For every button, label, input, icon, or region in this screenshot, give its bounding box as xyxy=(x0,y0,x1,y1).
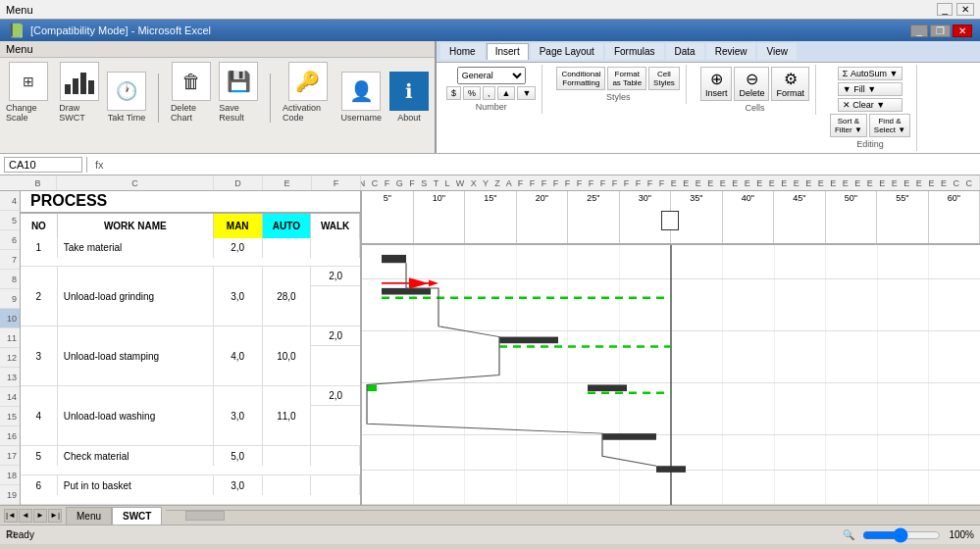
autosum-btn[interactable]: Σ AutoSum ▼ xyxy=(838,67,903,80)
tab-nav-last[interactable]: ►| xyxy=(48,509,62,523)
col-d: D xyxy=(214,175,263,190)
td-walk-3-top: 2,0 xyxy=(311,326,360,346)
fx-label: fx xyxy=(91,159,108,171)
svg-rect-12 xyxy=(499,337,539,344)
tab-data[interactable]: Data xyxy=(666,43,704,60)
col-e: E xyxy=(263,175,312,190)
tab-insert[interactable]: Insert xyxy=(487,43,529,60)
increase-decimal-btn[interactable]: ▲ xyxy=(497,86,516,100)
change-scale-btn[interactable]: ⊞ Change Scale xyxy=(6,62,51,123)
td-auto-6 xyxy=(263,475,312,495)
process-header-cell: PROCESS xyxy=(21,191,360,214)
delete-chart-btn[interactable]: 🗑 Delete Chart xyxy=(171,62,211,123)
row-11: 11 xyxy=(0,328,20,348)
row-12: 12 xyxy=(0,348,20,368)
gantt-t40: 40" xyxy=(723,191,775,243)
tab-review[interactable]: Review xyxy=(706,43,756,60)
comma-btn[interactable]: , xyxy=(483,86,495,100)
menu-close[interactable]: ✕ xyxy=(956,3,974,16)
gantt-svg xyxy=(362,245,980,505)
conditional-format-btn[interactable]: ConditionalFormatting xyxy=(556,67,605,90)
tab-home[interactable]: Home xyxy=(440,43,485,60)
activation-code-btn[interactable]: 🔑 Activation Code xyxy=(283,62,334,123)
td-name-1: Take material xyxy=(58,238,214,258)
status-right: 🔍 100% xyxy=(843,529,974,541)
td-walk-3-group: 2,0 xyxy=(311,326,360,385)
tab-view[interactable]: View xyxy=(757,43,797,60)
svg-rect-15 xyxy=(367,384,377,391)
tab-nav-first[interactable]: |◄ xyxy=(4,509,18,523)
sheet-tabs: Menu SWCT xyxy=(62,506,162,524)
th-walk: WALK xyxy=(311,214,360,238)
excel-title-bar: 📗 [Compatibility Mode] - Microsoft Excel… xyxy=(0,20,980,41)
row-19: 19 xyxy=(0,485,20,505)
tab-formulas[interactable]: Formulas xyxy=(605,43,664,60)
insert-btn[interactable]: ⊕Insert xyxy=(700,67,733,101)
delete-btn[interactable]: ⊖Delete xyxy=(734,67,769,101)
clear-btn[interactable]: ✕ Clear ▼ xyxy=(838,98,903,112)
status-zoom-label: 🔍 xyxy=(843,529,854,540)
sheet-tab-menu[interactable]: Menu xyxy=(66,507,112,524)
gantt-t5: 5" xyxy=(362,191,414,243)
menu-minimize[interactable]: _ xyxy=(937,3,953,16)
tab-page-layout[interactable]: Page Layout xyxy=(531,43,603,60)
ribbon-content: General $ % , ▲ ▼ Number ConditionalForm… xyxy=(437,62,980,153)
td-man-1: 2,0 xyxy=(214,238,263,258)
td-auto-4: 11,0 xyxy=(263,386,312,445)
save-result-btn[interactable]: 💾 Save Result xyxy=(219,62,258,123)
takt-time-btn[interactable]: 🕐 Takt Time xyxy=(107,72,146,123)
td-no-4: 4 xyxy=(21,386,58,445)
sort-filter-btn[interactable]: Sort &Filter ▼ xyxy=(830,114,867,137)
td-name-3: Unload-load stamping xyxy=(58,326,214,385)
excel-restore[interactable]: ❐ xyxy=(930,25,951,37)
table-row-1: 1 Take material 2,0 xyxy=(21,238,360,268)
decrease-decimal-btn[interactable]: ▼ xyxy=(517,86,536,100)
ribbon-number-group: General $ % , ▲ ▼ Number xyxy=(440,65,542,114)
table-row-6: 6 Put in to basket 3,0 xyxy=(21,475,360,505)
row-4: 4 xyxy=(0,191,20,211)
col-gantt-header: H I J K L M N C F G F S T L W X Y Z A F … xyxy=(361,175,980,190)
ribbon-editing-group: Σ AutoSum ▼ ▼ Fill ▼ ✕ Clear ▼ Sort &Fil… xyxy=(824,65,917,151)
table-row-2: 2 Unload-load grinding 3,0 28,0 2,0 xyxy=(21,267,360,326)
col-f: F xyxy=(312,175,361,190)
tab-nav-prev[interactable]: ◄ xyxy=(19,509,32,523)
row-6: 6 xyxy=(0,230,20,250)
col-headers-strip: B C D E F H I J K L M N C F G F S T L W … xyxy=(0,175,980,191)
cell-styles-btn[interactable]: CellStyles xyxy=(648,67,680,90)
svg-rect-1 xyxy=(73,78,78,94)
svg-rect-3 xyxy=(88,80,94,94)
name-box[interactable] xyxy=(4,157,82,173)
formula-input[interactable] xyxy=(112,159,976,171)
td-no-1: 1 xyxy=(21,238,58,258)
td-man-2: 3,0 xyxy=(214,267,263,325)
menu-sep-2 xyxy=(270,74,271,123)
number-format-select[interactable]: General xyxy=(457,67,526,84)
tab-nav-next[interactable]: ► xyxy=(33,509,47,523)
draw-swct-btn[interactable]: Draw SWCT xyxy=(59,62,99,123)
td-man-4: 3,0 xyxy=(214,386,263,445)
sheet-tab-nav: |◄ ◄ ► ►| xyxy=(0,509,62,523)
excel-close[interactable]: ✕ xyxy=(953,25,972,37)
table-row-5: 5 Check material 5,0 xyxy=(21,446,360,475)
td-auto-1 xyxy=(263,238,312,258)
username-btn[interactable]: 👤 Username xyxy=(340,72,382,123)
excel-minimize[interactable]: _ xyxy=(910,25,928,37)
th-man: MAN xyxy=(214,214,263,238)
horizontal-scrollbar[interactable] xyxy=(166,510,980,522)
gantt-t10: 10" xyxy=(414,191,466,243)
find-select-btn[interactable]: Find &Select ▼ xyxy=(869,114,910,137)
currency-btn[interactable]: $ xyxy=(446,86,461,100)
ribbon-cells-group: ⊕Insert ⊖Delete ⚙Format Cells xyxy=(695,65,816,115)
format-btn[interactable]: ⚙Format xyxy=(771,67,809,101)
svg-marker-7 xyxy=(429,280,438,287)
zoom-slider[interactable] xyxy=(862,529,941,541)
gantt-t45: 45" xyxy=(774,191,826,243)
fill-btn[interactable]: ▼ Fill ▼ xyxy=(838,82,903,96)
percent-btn[interactable]: % xyxy=(463,86,481,100)
gantt-area: 5" 10" 15" 20" 25" 30" 35" 40" 45" 50" 5… xyxy=(362,191,980,505)
hscroll-thumb[interactable] xyxy=(185,511,225,521)
format-as-table-btn[interactable]: Formatas Table xyxy=(607,67,646,90)
sheet-tab-swct[interactable]: SWCT xyxy=(112,507,162,524)
about-btn[interactable]: ℹ About xyxy=(389,72,429,123)
gantt-t20: 20" xyxy=(517,191,569,243)
